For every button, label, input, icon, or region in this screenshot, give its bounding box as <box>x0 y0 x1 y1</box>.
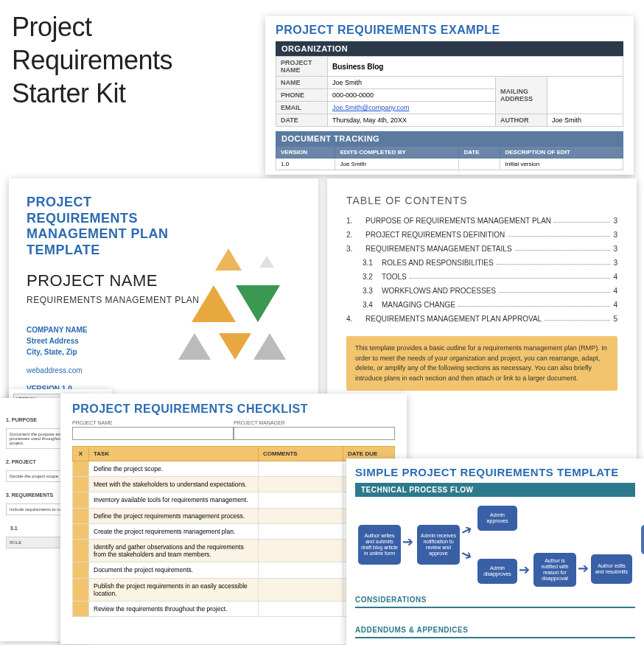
value-email: Joe.Smith@company.com <box>328 102 496 114</box>
checkbox-cell[interactable] <box>73 492 89 508</box>
flow-diagram: Author writes and submits draft blog art… <box>355 501 635 591</box>
checkbox-cell[interactable] <box>73 477 89 492</box>
example-heading: PROJECT REQUIREMENTS EXAMPLE <box>276 24 623 37</box>
th-x: X <box>73 447 89 461</box>
label-email: EMAIL <box>276 102 328 114</box>
flow-step-5: Author is notified with reason for disap… <box>533 553 576 587</box>
doc-simple-requirements: SIMPLE PROJECT REQUIREMENTS TEMPLATE TEC… <box>346 459 644 645</box>
task-cell: Define the project scope. <box>89 461 259 477</box>
th-version: VERSION <box>276 147 335 158</box>
checklist-pn-label: PROJECT NAME <box>72 420 234 425</box>
toc-title: TABLE OF CONTENTS <box>346 195 617 206</box>
task-cell: Identify and gather observations and the… <box>89 539 259 562</box>
value-date: Thursday, May 4th, 20XX <box>328 114 496 127</box>
toc-row: 3.3WORKFLOWS AND PROCESSES4 <box>346 287 617 295</box>
td-edits: Joe Smith <box>335 158 459 170</box>
comments-cell[interactable] <box>259 492 343 508</box>
flow-step-2: Admin receives notification to review an… <box>417 525 460 565</box>
toc-row: 3.2TOOLS4 <box>346 273 617 281</box>
flow-step-3: Admin approves <box>477 506 517 531</box>
organization-table: PROJECT NAME Business Blog NAME Joe Smit… <box>276 56 623 127</box>
toc-row: 3.1ROLES AND RESPONSIBILITIES3 <box>346 259 617 267</box>
comments-cell[interactable] <box>259 477 343 492</box>
organization-bar: ORGANIZATION <box>276 41 623 56</box>
value-author: Joe Smith <box>547 114 623 127</box>
checkbox-cell[interactable] <box>73 508 89 523</box>
comments-cell[interactable] <box>259 539 343 562</box>
comments-cell[interactable] <box>259 578 343 601</box>
label-phone: PHONE <box>276 89 328 102</box>
value-name: Joe Smith <box>328 77 496 89</box>
comments-cell[interactable] <box>259 523 343 539</box>
simple-heading: SIMPLE PROJECT REQUIREMENTS TEMPLATE <box>355 466 635 478</box>
value-project-name: Business Blog <box>328 57 623 77</box>
label-mailing: MAILING ADDRESS <box>496 77 547 114</box>
label-name: NAME <box>276 77 328 89</box>
task-cell: Review the requirements throughout the p… <box>89 601 259 616</box>
comments-cell[interactable] <box>259 601 343 616</box>
checkbox-cell[interactable] <box>73 562 89 578</box>
task-cell: Meet with the stakeholders to understand… <box>89 477 259 492</box>
flow-step-1: Author writes and submits draft blog art… <box>358 525 401 565</box>
checklist-pm-input[interactable] <box>234 427 395 440</box>
arrow-icon: ➔ <box>402 534 413 550</box>
flow-step-6: Author edits and resubmits <box>591 554 632 584</box>
comments-cell[interactable] <box>259 461 343 477</box>
triangle-graphic <box>156 241 304 388</box>
flow-step-7: Blog is published <box>641 525 644 554</box>
th-desc: DESCRIPTION OF EDIT <box>500 147 623 158</box>
flow-step-4: Admin disapproves <box>477 559 517 584</box>
arrow-icon: ➔ <box>458 520 475 540</box>
value-mailing <box>547 77 623 114</box>
label-project-name: PROJECT NAME <box>276 57 328 77</box>
checkbox-cell[interactable] <box>73 523 89 539</box>
toc-row: 3.REQUIREMENTS MANAGEMENT DETAILS3 <box>346 245 617 253</box>
bar-addendums: ADDENDUMS & APPENDICES <box>355 623 635 638</box>
task-cell: Define the project requirements manageme… <box>89 508 259 523</box>
label-date: DATE <box>276 114 328 127</box>
bar-tech-flow: TECHNICAL PROCESS FLOW <box>355 483 635 497</box>
label-author: AUTHOR <box>496 114 547 127</box>
checkbox-cell[interactable] <box>73 601 89 616</box>
tracking-table: VERSION EDITS COMPLETED BY DATE DESCRIPT… <box>276 146 623 170</box>
comments-cell[interactable] <box>259 508 343 523</box>
task-cell: Create the project requirements manageme… <box>89 523 259 539</box>
checklist-pm-label: PROJECT MANAGER <box>234 420 395 425</box>
checklist-pn-input[interactable] <box>72 427 234 440</box>
toc-row: 2.PROJECT REQUIREMENTS DEFINITION3 <box>346 231 617 239</box>
doc-requirements-example: PROJECT REQUIREMENTS EXAMPLE ORGANIZATIO… <box>265 16 634 175</box>
td-version: 1.0 <box>276 158 335 170</box>
checkbox-cell[interactable] <box>73 539 89 562</box>
th-date: DATE <box>459 147 500 158</box>
toc-row: 3.4MANAGING CHANGE4 <box>346 301 617 309</box>
toc-row: 1.PURPOSE OF REQUIREMENTS MANAGEMENT PLA… <box>346 217 617 225</box>
task-cell: Inventory available tools for requiremen… <box>89 492 259 508</box>
checklist-heading: PROJECT REQUIREMENTS CHECKLIST <box>72 402 395 416</box>
email-link[interactable]: Joe.Smith@company.com <box>332 104 410 111</box>
td-desc: Initial version <box>500 158 623 170</box>
value-phone: 000-000-0000 <box>328 89 496 102</box>
td-date <box>459 158 500 170</box>
th-edits: EDITS COMPLETED BY <box>335 147 459 158</box>
toc-callout: This template provides a basic outline f… <box>346 336 617 391</box>
arrow-icon: ➔ <box>578 560 589 576</box>
th-task: TASK <box>89 447 259 461</box>
checkbox-cell[interactable] <box>73 461 89 477</box>
arrow-icon: ➔ <box>519 562 530 578</box>
checkbox-cell[interactable] <box>73 578 89 601</box>
bar-considerations: CONSIDERATIONS <box>355 593 635 608</box>
task-cell: Publish the project requirements in an e… <box>89 578 259 601</box>
th-comments: COMMENTS <box>259 447 343 461</box>
arrow-icon: ➔ <box>458 545 475 565</box>
comments-cell[interactable] <box>259 562 343 578</box>
toc-row: 4.REQUIREMENTS MANAGEMENT PLAN APPROVAL5 <box>346 315 617 323</box>
doc-tracking-bar: DOCUMENT TRACKING <box>276 131 623 146</box>
page-title: Project Requirements Starter Kit <box>12 10 172 110</box>
task-cell: Document the project requirements. <box>89 562 259 578</box>
